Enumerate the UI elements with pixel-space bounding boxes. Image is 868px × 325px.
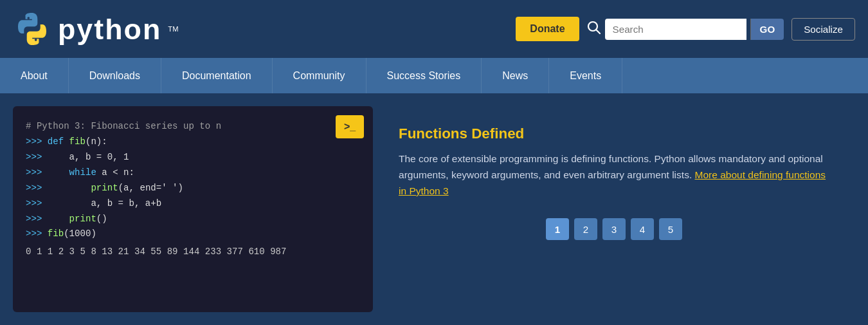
code-line-6: >>> print() [26,212,360,227]
search-input[interactable] [605,19,746,40]
code-prompt-icon: >>> [26,136,48,147]
code-line-2: >>> a, b = 0, 1 [26,150,360,165]
svg-line-1 [596,30,600,33]
nav-item-about[interactable]: About [0,58,69,93]
info-panel-title: Functions Defined [399,125,829,142]
nav-item-downloads[interactable]: Downloads [69,58,161,93]
go-button[interactable]: GO [750,19,784,40]
nav-item-news[interactable]: News [482,58,549,93]
code-line-1: >>> def fib(n): [26,135,360,150]
code-comment-line: # Python 3: Fibonacci series up to n [26,119,360,135]
page-button-1[interactable]: 1 [546,218,569,240]
page-button-2[interactable]: 2 [574,218,597,240]
pagination: 1 2 3 4 5 [399,218,829,240]
nav-item-success-stories[interactable]: Success Stories [366,58,482,93]
logo-area: pythonTM [13,10,178,48]
search-area: GO [587,19,784,40]
code-line-4: >>> print(a, end=' ') [26,181,360,196]
header: pythonTM Donate GO Socialize [0,0,868,58]
search-icon [587,21,601,38]
code-line-3: >>> while a < n: [26,165,360,181]
terminal-button[interactable]: >_ [336,115,364,138]
code-panel: >_ # Python 3: Fibonacci series up to n … [13,106,373,312]
page-button-5[interactable]: 5 [659,218,682,240]
page-button-3[interactable]: 3 [602,218,626,240]
code-line-7: >>> fib(1000) [26,227,360,242]
nav-item-documentation[interactable]: Documentation [161,58,273,93]
nav-item-events[interactable]: Events [549,58,622,93]
info-panel: Functions Defined The core of extensible… [373,106,855,312]
donate-button[interactable]: Donate [516,17,579,41]
code-line-5: >>> a, b = b, a+b [26,196,360,212]
header-right: Donate GO Socialize [516,17,855,41]
python-logo-icon [13,10,51,48]
site-logo-text: python [58,13,161,46]
trademark-symbol: TM [168,25,178,33]
nav-bar: About Downloads Documentation Community … [0,58,868,93]
info-panel-text: The core of extensible programming is de… [399,151,829,199]
page-button-4[interactable]: 4 [631,218,654,240]
code-output-line: 0 1 1 2 3 5 8 13 21 34 55 89 144 233 377… [26,245,360,260]
main-content: >_ # Python 3: Fibonacci series up to n … [0,93,868,325]
nav-item-community[interactable]: Community [273,58,366,93]
socialize-button[interactable]: Socialize [791,18,855,41]
